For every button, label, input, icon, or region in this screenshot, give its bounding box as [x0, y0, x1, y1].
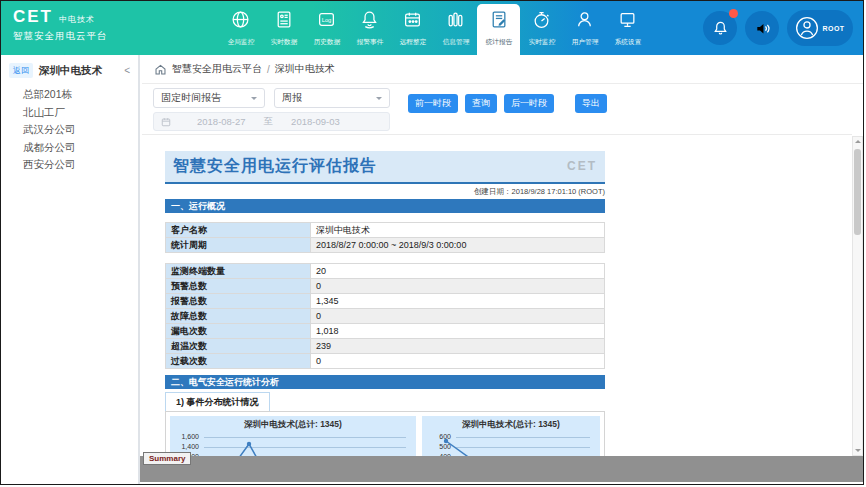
alarm-bell-icon	[360, 10, 379, 33]
notification-badge	[729, 9, 738, 18]
date-range-picker[interactable]: 2018-08-27 至 2018-09-03	[153, 112, 390, 131]
log-icon: Log	[317, 10, 336, 33]
query-button[interactable]: 查询	[465, 94, 497, 113]
back-button[interactable]: 返回	[9, 63, 33, 78]
speaker-icon	[754, 20, 771, 37]
org-tree-item[interactable]: 成都分公司	[1, 139, 138, 157]
breadcrumb: 智慧安全用电云平台 / 深圳中电技术	[142, 55, 864, 84]
globe-icon	[231, 10, 250, 33]
breadcrumb-separator: /	[267, 64, 270, 75]
svg-text:Log: Log	[322, 17, 332, 23]
overview-table: 客户名称深圳中电技术 统计周期2018/8/27 0:00:00 ~ 2018/…	[165, 222, 605, 253]
report-title-band: 智慧安全用电运行评估报告 CET	[165, 151, 605, 184]
chart-line-series	[170, 432, 416, 456]
event-distribution-charts: 深圳中电技术(总计: 1345) 1,600 1,400 1,200	[165, 411, 605, 456]
line-chart-left: 深圳中电技术(总计: 1345) 1,600 1,400 1,200	[170, 416, 416, 456]
brand-logo: CET 中电技术 智慧安全用电云平台	[13, 9, 108, 43]
chart-title: 深圳中电技术(总计: 1345)	[422, 416, 600, 432]
nav-item-user-management[interactable]: 用户管理	[563, 4, 606, 55]
notifications-button[interactable]	[703, 11, 737, 45]
calendar-icon	[161, 117, 171, 127]
cet-watermark-logo: CET	[567, 159, 597, 173]
user-name: ROOT	[822, 25, 844, 32]
nav-item-realtime-monitor[interactable]: 实时监控	[520, 4, 563, 55]
end-date-value[interactable]: 2018-09-03	[291, 116, 340, 127]
start-date-value[interactable]: 2018-08-27	[197, 116, 246, 127]
table-row: 漏电次数1,018	[166, 324, 605, 339]
nav-item-system-settings[interactable]: 系统设置	[606, 4, 649, 55]
section-heading-analysis: 二、电气安全运行统计分析	[165, 375, 605, 389]
brand-logo-text: CET	[13, 9, 53, 25]
table-row: 客户名称深圳中电技术	[166, 223, 605, 238]
chevron-down-icon	[376, 97, 382, 103]
table-row: 统计周期2018/8/27 0:00:00 ~ 2018/9/3 0:00:00	[166, 238, 605, 253]
table-row: 超温次数239	[166, 339, 605, 354]
monitor-icon	[618, 10, 637, 33]
report-filter-bar: 固定时间报告 周报 2018-08-27 至 2018-09-03 前一时段 查…	[142, 84, 864, 134]
org-tree-item[interactable]: 武汉分公司	[1, 121, 138, 139]
chevron-down-icon	[251, 97, 257, 103]
sidebar-org-title: 深圳中电技术	[39, 64, 102, 78]
report-scroll-area: 智慧安全用电运行评估报告 CET 创建日期：2018/9/28 17:01:10…	[142, 134, 852, 456]
org-tree-item[interactable]: 总部201栋	[1, 86, 138, 104]
user-icon	[575, 10, 594, 33]
document-data-icon	[274, 10, 293, 33]
scrollbar-thumb[interactable]	[854, 149, 861, 235]
main-nav: 全局监控 实时数据 Log 历史数据 报警事件 远程整定 信息管理	[219, 4, 649, 55]
table-row: 监测终端数量20	[166, 264, 605, 279]
avatar-icon	[795, 16, 819, 40]
previous-period-button[interactable]: 前一时段	[408, 94, 458, 113]
library-icon	[446, 10, 465, 33]
org-tree-item[interactable]: 北山工厂	[1, 104, 138, 122]
subsection-event-distribution: 1) 事件分布统计情况	[165, 392, 270, 413]
org-tree-sidebar: 返回 深圳中电技术 < 总部201栋 北山工厂 武汉分公司 成都分公司 西安分公…	[1, 55, 140, 485]
summary-tab[interactable]: Summary	[143, 452, 191, 465]
breadcrumb-platform[interactable]: 智慧安全用电云平台	[172, 62, 262, 76]
top-header-bar: CET 中电技术 智慧安全用电云平台 全局监控 实时数据 Log 历史数据 报警…	[1, 1, 864, 55]
sidebar-header: 返回 深圳中电技术 <	[1, 55, 138, 82]
export-button[interactable]: 导出	[575, 94, 607, 113]
vertical-scrollbar[interactable]	[852, 136, 863, 456]
next-period-button[interactable]: 后一时段	[504, 94, 554, 113]
date-range-to-label: 至	[264, 115, 274, 128]
nav-item-remote-setting[interactable]: 远程整定	[391, 4, 434, 55]
platform-name: 智慧安全用电云平台	[13, 30, 108, 43]
org-tree-item[interactable]: 西安分公司	[1, 156, 138, 174]
period-select[interactable]: 周报	[274, 88, 390, 108]
notification-bell-icon	[712, 20, 729, 37]
report-created-date: 创建日期：2018/9/28 17:01:10 (ROOT)	[165, 187, 605, 197]
nav-item-global-monitor[interactable]: 全局监控	[219, 4, 262, 55]
breadcrumb-current[interactable]: 深圳中电技术	[275, 62, 335, 76]
scroll-up-arrow-icon[interactable]	[855, 140, 861, 143]
app-window: CET 中电技术 智慧安全用电云平台 全局监控 实时数据 Log 历史数据 报警…	[0, 0, 864, 485]
org-tree-list: 总部201栋 北山工厂 武汉分公司 成都分公司 西安分公司	[1, 86, 138, 174]
calendar-icon	[403, 10, 422, 33]
table-row: 预警总数0	[166, 279, 605, 294]
filter-actions: 前一时段 查询 后一时段 导出	[408, 94, 607, 113]
home-icon[interactable]	[154, 63, 167, 76]
user-account-button[interactable]: ROOT	[787, 10, 853, 46]
brand-logo-cn: 中电技术	[59, 14, 95, 25]
sidebar-collapse-button[interactable]: <	[124, 65, 130, 76]
nav-item-history-data[interactable]: Log 历史数据	[305, 4, 348, 55]
stopwatch-icon	[532, 10, 551, 33]
report-doc-icon	[489, 10, 508, 33]
line-chart-right: 深圳中电技术(总计: 1345) 600 500 400	[422, 416, 600, 456]
table-row: 报警总数1,345	[166, 294, 605, 309]
section-heading-overview: 一、运行概况	[165, 199, 605, 213]
nav-item-alarm-events[interactable]: 报警事件	[348, 4, 391, 55]
chart-line-series	[422, 432, 600, 456]
chart-title: 深圳中电技术(总计: 1345)	[170, 416, 416, 432]
nav-item-info-management[interactable]: 信息管理	[434, 4, 477, 55]
report-title: 智慧安全用电运行评估报告	[173, 156, 377, 177]
bottom-gray-bar	[140, 456, 864, 482]
statistics-table: 监测终端数量20 预警总数0 报警总数1,345 故障总数0 漏电次数1,018…	[165, 263, 605, 369]
table-row: 故障总数0	[166, 309, 605, 324]
report-type-select[interactable]: 固定时间报告	[153, 88, 265, 108]
announcement-button[interactable]	[745, 11, 779, 45]
scroll-down-arrow-icon[interactable]	[855, 449, 861, 452]
nav-item-statistics-report[interactable]: 统计报告	[477, 4, 520, 55]
table-row: 过载次数0	[166, 354, 605, 369]
nav-item-realtime-data[interactable]: 实时数据	[262, 4, 305, 55]
